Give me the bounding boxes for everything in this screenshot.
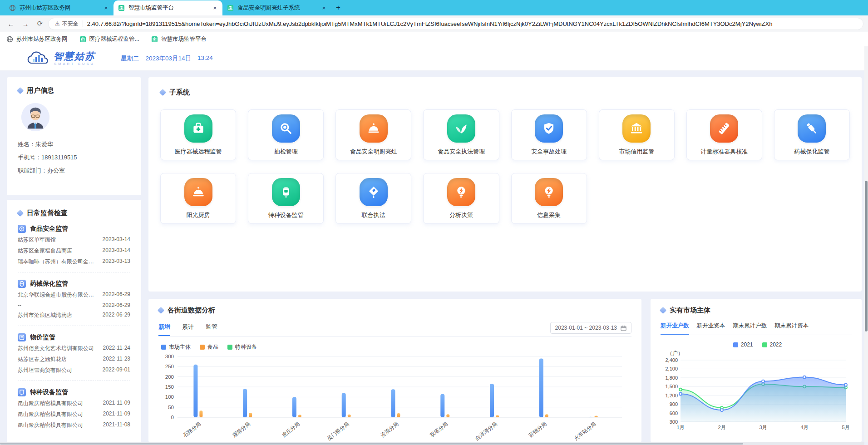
user-field-label: 姓名： <box>18 141 35 148</box>
market-tab-2[interactable]: 期末累计户数 <box>733 322 767 335</box>
inspection-entry[interactable]: --2022-06-29 <box>18 299 130 308</box>
subsystem-3[interactable]: 食品安全执法管理 <box>423 109 499 160</box>
subsystem-label: 信息采集 <box>537 211 561 219</box>
leaf-icon <box>447 114 475 143</box>
tab-close-icon[interactable]: × <box>321 5 327 11</box>
svg-text:0: 0 <box>171 415 174 420</box>
inspection-entry[interactable]: 昆山聚庆精密模具有限公司2021-11-09 <box>18 407 130 418</box>
entry-date: 2021-11-09 <box>103 400 131 407</box>
cloche-icon <box>360 114 388 143</box>
inspection-entry[interactable]: 昆山聚庆精密模具有限公司2021-11-08 <box>18 418 130 429</box>
diamond-icon <box>159 89 167 96</box>
vertical-scrollbar[interactable] <box>864 46 868 442</box>
subsystem-12[interactable]: 信息采集 <box>511 173 587 224</box>
entry-date: 2023-03-13 <box>103 258 130 266</box>
inspection-entry[interactable]: 苏州佰意文化艺术培训有限公司2022-11-24 <box>18 341 130 352</box>
bar-legend-市场主体[interactable]: 市场主体 <box>161 343 191 351</box>
reload-icon[interactable]: ⟳ <box>34 20 46 28</box>
tab-close-icon[interactable]: × <box>212 5 218 11</box>
bar-legend-特种设备[interactable]: 特种设备 <box>227 343 257 351</box>
inspection-section-1: 药械保化监管北京华联综合超市股份有限公司...2022-06-29--2022-… <box>18 280 130 326</box>
subsystems-title: 子系统 <box>169 88 190 97</box>
forward-icon[interactable]: → <box>19 20 32 28</box>
subsystem-5[interactable]: 市场信用监管 <box>599 109 675 160</box>
entry-date: 2022-06-29 <box>103 302 130 308</box>
diamond-icon <box>17 210 24 217</box>
globe-icon <box>9 5 16 11</box>
user-field-value: 办公室 <box>47 167 65 174</box>
svg-text:150: 150 <box>165 384 174 390</box>
date-range-picker[interactable]: 2023-01-01 ~ 2023-03-13 <box>550 322 631 334</box>
legend-label: 2022 <box>770 341 782 348</box>
line-legend-2022[interactable]: 2022 <box>762 341 782 348</box>
street-tab-1[interactable]: 累计 <box>182 323 194 336</box>
user-field-2: 职能部门：办公室 <box>18 164 130 177</box>
inspection-entry[interactable]: 昆山聚庆精密模具有限公司2021-11-09 <box>18 396 130 407</box>
date-label: 2023年03月14日 <box>146 54 192 63</box>
svg-text:300: 300 <box>670 419 678 425</box>
vertical-scrollbar-thumb[interactable] <box>865 181 868 331</box>
calendar-icon <box>621 325 626 331</box>
inspection-entry[interactable]: 姑苏区全家福食品商店2023-03-14 <box>18 244 130 255</box>
subsystem-0[interactable]: 医疗器械远程监管 <box>160 109 236 160</box>
svg-text:3月: 3月 <box>759 425 767 430</box>
inspection-entry[interactable]: 苏州坦雪商贸有限公司2022-09-01 <box>18 363 130 374</box>
inspection-entry[interactable]: 姑苏区春之涵鲜花店2022-11-23 <box>18 352 130 363</box>
street-tab-0[interactable]: 新增 <box>158 323 170 336</box>
street-analysis-title: 各街道数据分析 <box>168 306 215 315</box>
subsystem-label: 食品安全执法管理 <box>438 148 485 156</box>
subsystem-11[interactable]: 分析决策 <box>423 173 499 224</box>
horizontal-scrollbar[interactable] <box>0 442 864 445</box>
subsystem-8[interactable]: 阳光厨房 <box>160 173 236 224</box>
bookmark-item-0[interactable]: 苏州市姑苏区政务网 <box>6 35 68 43</box>
diamond-icon <box>660 307 667 314</box>
subsystem-9[interactable]: 特种设备监管 <box>248 173 324 224</box>
browser-tab-0[interactable]: 苏州市姑苏区政务网× <box>5 0 113 15</box>
section-divider <box>18 381 130 381</box>
svg-text:白洋湾分局: 白洋湾分局 <box>474 421 498 441</box>
entry-name: 苏州市沧浪区城湾药店 <box>18 312 72 319</box>
bookmark-item-1[interactable]: 医疗器械远程监管... <box>79 35 139 43</box>
market-tab-0[interactable]: 新开业户数 <box>661 322 689 335</box>
new-tab-button[interactable]: + <box>331 2 345 14</box>
security-label: 不安全 <box>62 20 79 28</box>
entry-date: 2021-11-08 <box>103 421 131 429</box>
subsystem-6[interactable]: 计量标准器具核准 <box>686 109 762 160</box>
back-icon[interactable]: ← <box>5 20 17 28</box>
header-datetime: 星期二 2023年03月14日 13:24 <box>121 54 213 63</box>
svg-text:1,500: 1,500 <box>665 384 678 389</box>
subsystem-label: 特种设备监管 <box>268 211 304 219</box>
security-status[interactable]: ⚠ 不安全 <box>55 20 79 28</box>
legend-label: 食品 <box>207 343 218 351</box>
inspection-entry[interactable]: 北京华联综合超市股份有限公司...2022-06-29 <box>18 288 130 299</box>
svg-text:5月: 5月 <box>842 425 849 430</box>
svg-text:250: 250 <box>165 364 174 369</box>
inspection-entry[interactable]: 苏州市沧浪区城湾药店2022-06-29 <box>18 308 130 319</box>
url-bar[interactable]: ⚠ 不安全 2.40.7.66:82/?loginId=18913119515&… <box>48 18 863 30</box>
tab-close-icon[interactable]: × <box>103 5 109 11</box>
tab-title: 苏州市姑苏区政务网 <box>20 4 99 12</box>
url-separator <box>83 20 83 27</box>
bookmark-item-2[interactable]: 智慧市场监管平台 <box>151 35 207 43</box>
bar-legend-食品[interactable]: 食品 <box>200 343 218 351</box>
line-legend-2021[interactable]: 2021 <box>733 341 753 348</box>
market-tab-3[interactable]: 期末累计资本 <box>774 322 809 335</box>
legend-swatch <box>762 342 767 347</box>
inspection-entry[interactable]: 瑞幸咖啡（苏州）有限公司金阊...2023-03-13 <box>18 255 130 266</box>
inspection-section-3: 特种设备监管昆山聚庆精密模具有限公司2021-11-09昆山聚庆精密模具有限公司… <box>18 388 130 429</box>
horizontal-scrollbar-thumb[interactable] <box>0 443 743 445</box>
market-tab-1[interactable]: 新开业资本 <box>697 322 725 335</box>
entry-date: 2023-03-14 <box>103 236 130 244</box>
browser-tab-2[interactable]: 食品安全明厨亮灶子系统× <box>222 0 331 15</box>
street-tab-2[interactable]: 监管 <box>206 323 217 336</box>
inspection-entry[interactable]: 姑苏区单军面馆2023-03-14 <box>18 233 130 244</box>
subsystem-4[interactable]: 安全事故处理 <box>511 109 587 160</box>
subsystem-7[interactable]: 药械保化监管 <box>774 109 850 160</box>
charts-row: 各街道数据分析 新增累计监管 2023-01-01 ~ 2023-03-13 市… <box>148 299 862 442</box>
user-info-title: 用户信息 <box>27 86 54 95</box>
subsystem-10[interactable]: 联合执法 <box>335 173 411 224</box>
subsystem-2[interactable]: 食品安全明厨亮灶 <box>335 109 411 160</box>
entry-date: 2022-06-29 <box>103 312 130 319</box>
browser-tab-1[interactable]: 智慧市场监管平台× <box>113 0 222 15</box>
subsystem-1[interactable]: 抽检管理 <box>248 109 324 160</box>
